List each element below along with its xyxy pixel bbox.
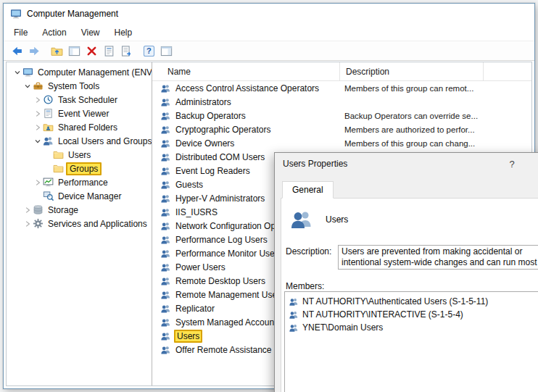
- storage-icon: [33, 204, 46, 215]
- group-description-cell: Members are authorized to perfor...: [340, 125, 484, 134]
- tree-item-event-viewer[interactable]: Event Viewer: [7, 107, 152, 120]
- group-name-cell: Administrators: [152, 97, 340, 107]
- group-icon: [160, 111, 174, 121]
- menu-file[interactable]: File: [7, 25, 35, 40]
- group-name-cell: Backup Operators: [152, 111, 340, 121]
- group-name-label: Users: [174, 330, 202, 343]
- tree-item-computer-management-env-y[interactable]: Computer Management (ENV-Y: [7, 65, 152, 79]
- title-bar[interactable]: Computer Management: [4, 4, 534, 24]
- member-nt-authority-interactive-s-1-5-4[interactable]: NT AUTHORITY\INTERACTIVE (S-1-5-4): [285, 308, 538, 321]
- tree-item-label: Storage: [46, 204, 80, 216]
- screen: Computer Management FileActionViewHelp ?…: [0, 0, 538, 392]
- chevron-down-icon[interactable]: [12, 69, 22, 76]
- tab-general[interactable]: General: [282, 181, 334, 199]
- chevron-right-icon[interactable]: [22, 207, 33, 214]
- chevron-down-icon[interactable]: [33, 138, 43, 145]
- menu-help[interactable]: Help: [107, 25, 140, 40]
- member-label: NT AUTHORITY\Authenticated Users (S-1-5-…: [302, 296, 488, 306]
- tree-item-system-tools[interactable]: System Tools: [7, 79, 152, 93]
- tree-item-label: Local Users and Groups: [56, 135, 152, 147]
- console-tree: Computer Management (ENV-YSystem ToolsTa…: [7, 62, 152, 230]
- folder-icon: [53, 149, 66, 160]
- tree-item-groups[interactable]: Groups: [7, 162, 152, 175]
- group-name-label: IIS_IUSRS: [174, 207, 219, 217]
- column-header-name[interactable]: Name: [152, 62, 340, 80]
- group-name-cell: Access Control Assistance Operators: [152, 83, 340, 93]
- tree-item-users[interactable]: Users: [7, 148, 152, 162]
- show-hide-console-tree-button[interactable]: [66, 43, 83, 59]
- group-icon: [160, 262, 174, 272]
- services-icon: [33, 218, 46, 229]
- member-nt-authority-authenticated-users-s-1-5-11[interactable]: NT AUTHORITY\Authenticated Users (S-1-5-…: [285, 295, 538, 308]
- group-icon: [160, 138, 174, 149]
- window-title: Computer Management: [27, 9, 118, 19]
- group-icon: [160, 304, 174, 314]
- column-header-description[interactable]: Description: [340, 62, 484, 80]
- computer-icon: [22, 67, 36, 78]
- group-icon: [160, 125, 174, 135]
- group-icon: [160, 345, 174, 355]
- device-manager-icon: [43, 191, 56, 201]
- app-icon: [10, 8, 22, 20]
- tree-item-local-users-and-groups[interactable]: Local Users and Groups: [7, 134, 152, 148]
- group-row-administrators[interactable]: Administrators: [152, 95, 531, 109]
- group-name-cell: Cryptographic Operators: [152, 125, 340, 135]
- chevron-down-icon[interactable]: [22, 83, 33, 90]
- tree-item-device-manager[interactable]: Device Manager: [7, 189, 152, 203]
- tree-item-label: System Tools: [46, 80, 102, 92]
- tree-item-shared-folders[interactable]: Shared Folders: [7, 120, 152, 134]
- show-hide-action-pane-button[interactable]: [158, 43, 175, 59]
- group-name-label: Event Log Readers: [174, 166, 252, 176]
- back-button[interactable]: [9, 43, 25, 59]
- group-row-cryptographic-operators[interactable]: Cryptographic OperatorsMembers are autho…: [152, 122, 531, 136]
- tree-item-services-and-applications[interactable]: Services and Applications: [7, 217, 152, 230]
- member-ynet-domain-users[interactable]: YNET\Domain Users: [285, 321, 538, 334]
- members-list[interactable]: NT AUTHORITY\Authenticated Users (S-1-5-…: [284, 291, 538, 392]
- tree-item-label: Groups: [66, 162, 102, 175]
- up-one-level-button[interactable]: [49, 43, 65, 59]
- dialog-title-bar[interactable]: Users Properties ?: [275, 153, 538, 175]
- menu-view[interactable]: View: [74, 25, 107, 40]
- group-description-cell: Backup Operators can override se...: [340, 112, 484, 120]
- properties-button[interactable]: [101, 43, 117, 59]
- export-list-button[interactable]: [118, 43, 135, 59]
- group-icon: [160, 221, 174, 231]
- tree-item-task-scheduler[interactable]: Task Scheduler: [7, 93, 152, 107]
- tree-item-performance[interactable]: Performance: [7, 175, 152, 189]
- group-icon: [160, 180, 174, 190]
- group-row-access-control-assistance-operators[interactable]: Access Control Assistance OperatorsMembe…: [152, 81, 531, 95]
- tree-item-storage[interactable]: Storage: [7, 203, 152, 217]
- svg-text:?: ?: [146, 46, 152, 55]
- menu-action[interactable]: Action: [35, 25, 73, 40]
- group-name-label: Remote Desktop Users: [174, 276, 267, 286]
- performance-icon: [43, 177, 56, 188]
- users-properties-dialog: Users Properties ? General Users Descrip…: [274, 152, 538, 392]
- group-row-device-owners[interactable]: Device OwnersMembers of this group can c…: [152, 136, 531, 150]
- group-name-label: Replicator: [174, 304, 216, 314]
- dialog-help-button[interactable]: ?: [501, 154, 523, 173]
- description-row: Description: Users are prevented from ma…: [286, 245, 538, 270]
- tree-item-label: Services and Applications: [46, 218, 149, 230]
- menu-bar: FileActionViewHelp: [4, 24, 534, 41]
- users-group-icon: [290, 208, 313, 231]
- group-name: Users: [326, 214, 348, 225]
- member-group-icon: [289, 310, 302, 320]
- delete-button[interactable]: [83, 43, 100, 59]
- group-description-cell: Members of this group can remot...: [340, 84, 484, 93]
- group-row-backup-operators[interactable]: Backup OperatorsBackup Operators can ove…: [152, 109, 531, 122]
- chevron-right-icon[interactable]: [33, 124, 43, 131]
- chevron-right-icon[interactable]: [33, 96, 43, 104]
- member-group-icon: [289, 297, 302, 306]
- group-icon: [160, 152, 174, 162]
- forward-button[interactable]: [26, 43, 43, 59]
- group-icon: [160, 83, 174, 93]
- group-icon: [160, 207, 174, 217]
- chevron-right-icon[interactable]: [33, 110, 43, 117]
- chevron-right-icon[interactable]: [33, 179, 43, 186]
- description-field[interactable]: Users are prevented from making accident…: [338, 245, 538, 270]
- help-button[interactable]: ?: [141, 43, 157, 59]
- group-name-label: Backup Operators: [174, 111, 247, 121]
- chevron-right-icon[interactable]: [22, 220, 33, 228]
- group-name-cell: Device Owners: [152, 138, 340, 149]
- tree-item-label: Shared Folders: [56, 122, 120, 133]
